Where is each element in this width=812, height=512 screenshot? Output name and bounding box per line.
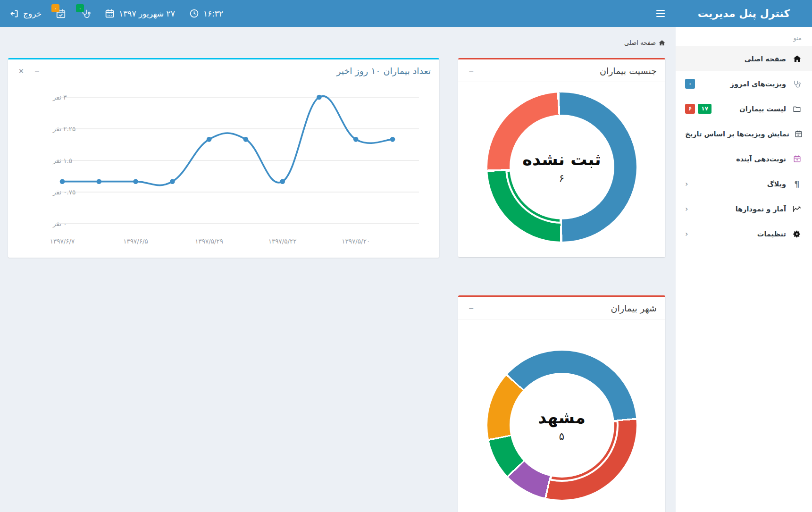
card-title: جنسیت بیماران <box>600 66 657 76</box>
gender-donut-center: ثبت نشده ۶ <box>510 115 614 219</box>
data-point[interactable] <box>280 179 285 184</box>
chevron-left-icon: ‹ <box>685 229 688 238</box>
data-point[interactable] <box>317 95 322 100</box>
count-badge: ۱۷ <box>698 104 712 113</box>
card-header: جنسیت بیماران − <box>458 59 665 82</box>
line-chart[interactable]: ۳ نفر۲.۲۵ نفر۱.۵ نفر۰.۷۵ نفر۰ نفر۱۳۹۷/۶/… <box>15 82 432 252</box>
navbar-time: ۱۶:۳۲ <box>189 8 223 18</box>
city-chart-area: مشهد ۵ <box>458 319 665 504</box>
gender-chart-area: ثبت نشده ۶ <box>458 82 665 246</box>
pilcrow-icon: ¶ <box>791 179 803 189</box>
logout-button[interactable]: خروج <box>9 9 42 18</box>
card-patients-gender: جنسیت بیماران − ثبت نشده ۶ <box>458 58 665 257</box>
breadcrumb[interactable]: صفحه اصلی <box>624 39 665 46</box>
count-badge: ۰ <box>685 79 695 88</box>
sidebar-item-label: صفحه اصلی <box>745 55 786 63</box>
sidebar-menu-header: منو <box>676 27 812 46</box>
home-icon <box>659 40 665 46</box>
sidebar-item-settings[interactable]: تنظیمات‹ <box>676 221 812 246</box>
sidebar-item-home[interactable]: صفحه اصلی <box>676 46 812 71</box>
visits-badge: ۰ <box>76 4 84 12</box>
clock-icon <box>189 8 199 18</box>
calendar-plus-icon <box>791 155 803 163</box>
collapse-button[interactable]: − <box>467 66 476 76</box>
data-point[interactable] <box>243 137 249 142</box>
y-axis-tick-label: ۱.۵ نفر <box>52 157 72 165</box>
sidebar-item-label: آمار و نمودارها <box>736 205 786 213</box>
data-point[interactable] <box>170 179 175 184</box>
close-button[interactable]: × <box>17 66 26 76</box>
logout-icon <box>9 9 19 18</box>
card-tools: − <box>467 66 476 76</box>
y-axis-tick-label: ۳ نفر <box>52 93 67 101</box>
data-point[interactable] <box>96 179 101 184</box>
data-point[interactable] <box>390 137 395 142</box>
center-value: ۶ <box>559 173 564 184</box>
sidebar-item-label: لیست بیماران <box>739 105 786 113</box>
sidebar-menu: صفحه اصلیویزیت‌های امروز۰لیست بیماران۱۷۶… <box>676 46 812 246</box>
city-donut-center: مشهد ۵ <box>510 373 614 478</box>
sidebar-item-extras: ۰ <box>685 79 695 88</box>
calendar-icon <box>105 8 115 18</box>
logout-label: خروج <box>23 9 42 18</box>
y-axis-tick-label: ۰ نفر <box>52 220 67 228</box>
chart-line-icon <box>791 205 803 213</box>
x-axis-tick-label: ۱۳۹۷/۶/۵ <box>123 237 148 245</box>
card-tools: − <box>467 303 476 313</box>
center-label: مشهد <box>538 408 586 427</box>
sidebar-item-patients-list[interactable]: لیست بیماران۱۷۶ <box>676 96 812 121</box>
navbar-appointments-notification[interactable]: ۰ <box>56 8 66 19</box>
navbar-visits-notification[interactable]: ۰ <box>80 8 91 19</box>
card-header: تعداد بیماران ۱۰ روز اخیر − × <box>8 59 439 80</box>
time-text: ۱۶:۳۲ <box>203 9 223 18</box>
x-axis-tick-label: ۱۳۹۷/۵/۲۹ <box>195 237 223 245</box>
y-axis-tick-label: ۰.۷۵ نفر <box>52 188 75 196</box>
card-header: شهر بیماران − <box>458 297 665 319</box>
card-title: شهر بیماران <box>611 303 657 313</box>
data-point[interactable] <box>133 179 138 184</box>
card-patients-city: شهر بیماران − مشهد ۵ <box>458 295 665 512</box>
sidebar-item-visits-by-date[interactable]: نمایش ویزیت‌ها بر اساس تاریخ <box>676 121 812 146</box>
card-patients-last-10-days: تعداد بیماران ۱۰ روز اخیر − × ۳ نفر۲.۲۵ … <box>8 58 439 258</box>
chevron-left-icon: ‹ <box>685 204 688 213</box>
sidebar-item-label: ویزیت‌های امروز <box>730 80 786 88</box>
sidebar-item-extras: ۱۷۶ <box>685 104 712 113</box>
stethoscope-icon <box>791 80 803 88</box>
home-icon <box>791 55 803 63</box>
sidebar-item-label: نمایش ویزیت‌ها بر اساس تاریخ <box>685 130 789 138</box>
breadcrumb-label: صفحه اصلی <box>624 39 656 46</box>
y-axis-tick-label: ۲.۲۵ نفر <box>52 125 75 133</box>
sidebar-item-extras: ‹ <box>685 204 688 213</box>
date-text: ۲۷ شهریور ۱۳۹۷ <box>119 9 175 18</box>
sidebar-toggle-button[interactable] <box>651 0 670 27</box>
city-donut-chart[interactable]: مشهد ۵ <box>487 351 636 500</box>
count-badge: ۶ <box>685 104 695 113</box>
top-navbar: کنترل پنل مدیریت ۱۶:۳۲ ۲۷ شهریور ۱۳۹۷ ۰ <box>0 0 812 27</box>
gear-icon <box>791 230 803 238</box>
chevron-left-icon: ‹ <box>685 179 688 188</box>
x-axis-tick-label: ۱۳۹۷/۵/۲۲ <box>268 237 297 245</box>
sidebar-item-extras: ‹ <box>685 179 688 188</box>
hamburger-icon <box>656 10 665 11</box>
line-series <box>62 96 393 185</box>
sidebar-item-label: تنظیمات <box>757 230 786 238</box>
sidebar-item-visits-today[interactable]: ویزیت‌های امروز۰ <box>676 71 812 96</box>
calendar-icon <box>795 130 803 138</box>
sidebar-item-stats-charts[interactable]: آمار و نمودارها‹ <box>676 196 812 221</box>
center-label: ثبت نشده <box>522 150 601 169</box>
collapse-button[interactable]: − <box>467 303 476 313</box>
sidebar-item-blog[interactable]: ¶وبلاگ‹ <box>676 171 812 196</box>
data-point[interactable] <box>353 137 359 142</box>
gender-donut-chart[interactable]: ثبت نشده ۶ <box>487 92 636 242</box>
main-content: صفحه اصلی تعداد بیماران ۱۰ روز اخیر − × … <box>0 27 676 512</box>
sidebar-item-future-appointments[interactable]: نوبت‌دهی آینده <box>676 146 812 171</box>
sidebar-item-label: نوبت‌دهی آینده <box>736 155 786 163</box>
line-chart-area[interactable]: ۳ نفر۲.۲۵ نفر۱.۵ نفر۰.۷۵ نفر۰ نفر۱۳۹۷/۶/… <box>8 80 439 259</box>
app-title[interactable]: کنترل پنل مدیریت <box>676 0 812 27</box>
collapse-button[interactable]: − <box>33 66 42 76</box>
data-point[interactable] <box>60 179 65 184</box>
admin-dashboard: { "navbar": { "title": "کنترل پنل مدیریت… <box>0 0 812 512</box>
appointments-badge: ۰ <box>51 4 59 12</box>
data-point[interactable] <box>207 137 212 142</box>
card-tools: − × <box>17 66 42 76</box>
